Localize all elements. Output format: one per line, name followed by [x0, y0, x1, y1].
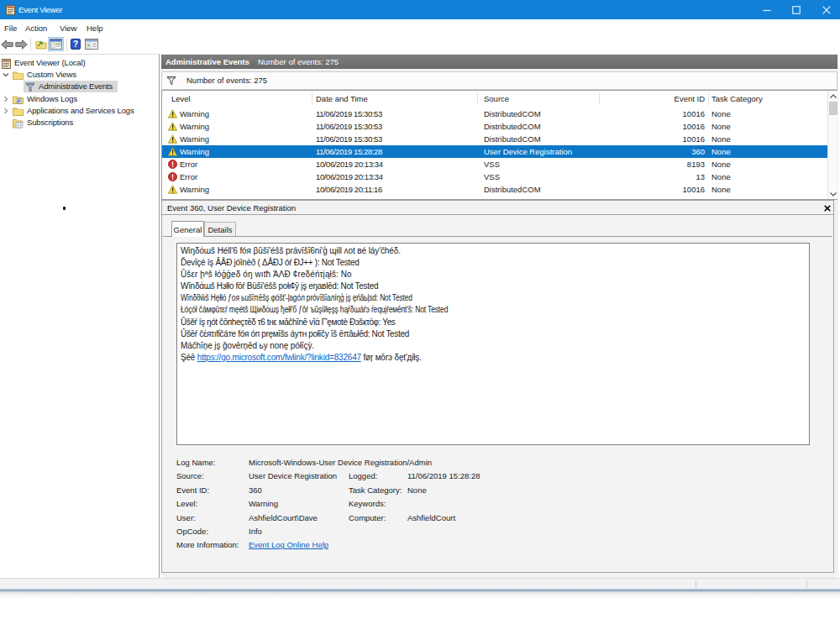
folder-icon	[13, 71, 24, 80]
cell-source: VSS	[484, 170, 500, 183]
vertical-scrollbar[interactable]	[827, 91, 837, 199]
column-separator[interactable]	[312, 92, 312, 105]
tree-item-label: Subscriptions	[27, 117, 73, 129]
menu-action[interactable]: Action	[25, 19, 47, 36]
status-bar	[0, 578, 840, 589]
scroll-up-button[interactable]	[828, 92, 837, 100]
cell-date-and-time: 11/06/2019 15:30:53	[316, 120, 382, 133]
column-separator[interactable]	[477, 92, 478, 105]
tree-item-label: Windows Logs	[27, 93, 77, 105]
column-separator[interactable]	[708, 92, 709, 105]
cell-date-and-time: 10/06/2019 20:11:16	[316, 183, 382, 196]
column-header-date-and-time[interactable]: Date and Time	[316, 91, 368, 107]
filter-label: Number of events: 275	[186, 72, 267, 89]
cell-source: DistributedCOM	[484, 108, 541, 120]
column-header-task-category[interactable]: Task Category	[711, 91, 763, 107]
tree-item-label: Administrative Events	[39, 81, 113, 92]
cell-source: User Device Registration	[484, 145, 572, 158]
results-header-count: Number of events: 275	[258, 55, 339, 69]
field-label: Keywords:	[349, 498, 386, 510]
status-bar-separator	[696, 580, 696, 588]
menu-file[interactable]: File	[4, 19, 17, 36]
field-value: Microsoft-Windows-User Device Registrati…	[249, 457, 432, 469]
tree-item-administrative-events[interactable]: Administrative Events	[0, 81, 158, 92]
field-label: OpCode:	[176, 526, 208, 538]
window-title: Event Viewer	[18, 0, 62, 19]
chevron-collapsed-icon[interactable]	[3, 96, 9, 102]
chevron-down-icon	[830, 192, 837, 197]
column-header-level[interactable]: Level	[171, 91, 191, 107]
scroll-down-button[interactable]	[828, 190, 837, 198]
field-label: Level:	[176, 498, 197, 510]
show-console-tree-icon[interactable]	[35, 39, 47, 50]
chevron-collapsed-icon[interactable]	[3, 108, 9, 114]
field-value: 360	[249, 485, 262, 496]
tree-item-label: Applications and Services Logs	[27, 105, 134, 117]
close-button[interactable]	[812, 0, 840, 19]
field-value: AshfieldCourt	[407, 512, 455, 524]
results-header-title: Administrative Events	[165, 55, 249, 69]
cell-date-and-time: 10/06/2019 20:13:34	[316, 170, 383, 183]
warning-icon	[168, 109, 177, 118]
field-value: User Device Registration	[249, 470, 337, 482]
event-row[interactable]: Warning11/06/2019 15:30:53DistributedCOM…	[162, 133, 827, 145]
event-row[interactable]: Warning11/06/2019 15:30:53DistributedCOM…	[162, 108, 827, 120]
tab-details[interactable]: Details	[204, 222, 236, 237]
cell-task-category: None	[711, 133, 731, 145]
tree-item-event-viewer-local-[interactable]: Event Viewer (Local)	[0, 57, 158, 69]
forward-icon[interactable]	[15, 39, 28, 50]
warning-icon	[168, 185, 177, 194]
event-row[interactable]: Warning10/06/2019 20:11:16DistributedCOM…	[162, 183, 827, 196]
menu-bar: FileActionViewHelp	[0, 19, 840, 36]
properties-button[interactable]	[48, 37, 64, 51]
field-label: Task Category:	[349, 485, 402, 496]
subscriptions-icon	[13, 118, 24, 129]
tree-item-windows-logs[interactable]: Windows Logs	[0, 93, 158, 105]
field-row-more-information-: More Information:Event Log Online Help	[162, 539, 833, 551]
cell-task-category: None	[711, 120, 731, 133]
cell-source: VSS	[484, 158, 500, 170]
event-row[interactable]: Error10/06/2019 20:13:34VSS8193None	[162, 158, 827, 170]
event-row[interactable]: Warning11/06/2019 15:30:53DistributedCOM…	[162, 120, 827, 133]
menu-help[interactable]: Help	[87, 19, 103, 36]
scrollbar-thumb[interactable]	[829, 102, 837, 115]
cell-event-id: 10016	[633, 183, 705, 196]
action-pane-icon[interactable]	[85, 39, 98, 50]
tab-strip-line	[163, 236, 832, 237]
cell-source: DistributedCOM	[484, 183, 541, 196]
event-row-selected[interactable]: Warning11/06/2019 15:28:28User Device Re…	[162, 145, 827, 158]
window-titlebar: Event Viewer	[0, 0, 840, 19]
results-header: Administrative Events Number of events: …	[161, 55, 837, 69]
tree-item-label: Custom Views	[27, 69, 76, 81]
event-row[interactable]: Error10/06/2019 20:13:34VSS13None	[162, 170, 827, 183]
warning-icon	[168, 134, 177, 144]
event-viewer-window: Event Viewer FileActionViewHelp	[0, 0, 840, 619]
field-label: Event ID:	[176, 485, 209, 496]
tree-item-custom-views[interactable]: Custom Views	[0, 69, 158, 81]
cell-level: Warning	[180, 108, 209, 120]
back-icon[interactable]	[1, 39, 13, 50]
field-label: Logged:	[349, 470, 377, 482]
cell-task-category: None	[711, 145, 731, 158]
event-viewer-app-icon	[6, 5, 15, 15]
tree-item-applications-and-services-logs[interactable]: Applications and Services Logs	[0, 105, 158, 117]
cell-source: DistributedCOM	[484, 120, 541, 133]
tree-item-subscriptions[interactable]: Subscriptions	[0, 117, 158, 129]
field-value: None	[407, 485, 427, 496]
field-row-level-: Level:WarningKeywords:	[162, 498, 833, 510]
chevron-expanded-icon[interactable]	[3, 71, 9, 78]
minimize-button[interactable]	[753, 0, 781, 19]
menu-view[interactable]: View	[60, 19, 76, 36]
tab-general[interactable]: General	[171, 221, 204, 237]
column-header-event-id[interactable]: Event ID	[633, 91, 705, 107]
event-log-online-help-link[interactable]: Event Log Online Help	[249, 539, 328, 551]
cell-task-category: None	[711, 108, 731, 120]
cell-date-and-time: 10/06/2019 20:13:34	[316, 158, 383, 170]
maximize-button[interactable]	[782, 0, 811, 19]
column-header-source[interactable]: Source	[484, 91, 509, 107]
toolbar: ?	[0, 36, 840, 54]
field-value: 11/06/2019 15:28:28	[407, 470, 480, 482]
help-icon[interactable]: ?	[71, 39, 81, 50]
filter-bar: Number of events: 275	[161, 71, 837, 90]
column-separator[interactable]	[599, 92, 600, 105]
